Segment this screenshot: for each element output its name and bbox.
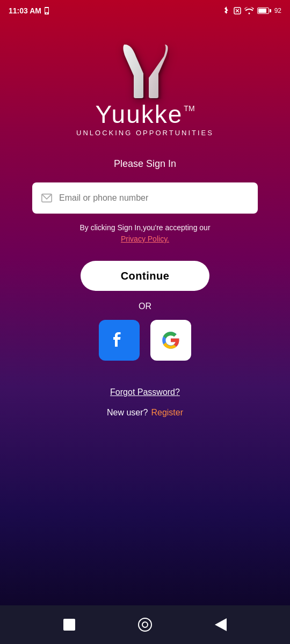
continue-button[interactable]: Continue [81, 261, 209, 291]
phone-icon [44, 7, 50, 14]
envelope-svg [41, 192, 53, 204]
email-phone-input[interactable] [59, 193, 249, 203]
stop-nav-button[interactable] [63, 619, 75, 631]
back-nav-button[interactable] [215, 618, 227, 631]
register-link[interactable]: Register [151, 408, 183, 418]
time-label: 11:03 AM [9, 6, 41, 15]
status-bar: 11:03 AM [0, 0, 290, 21]
tagline: UNLOCKING OPPORTUNITIES [76, 129, 214, 137]
please-signin-label: Please Sign In [114, 158, 176, 170]
battery-level: 92 [274, 7, 281, 14]
logo-area: Yuukke TM UNLOCKING OPPORTUNITIES [76, 38, 214, 137]
wifi-icon [244, 7, 254, 14]
envelope-icon [41, 192, 53, 204]
google-login-button[interactable] [150, 320, 191, 361]
policy-text: By clicking Sign In,you're accepting our… [79, 222, 210, 245]
status-time: 11:03 AM [9, 6, 50, 15]
home-nav-button[interactable] [138, 618, 152, 632]
brand-name-row: Yuukke TM [95, 102, 194, 127]
screen: 11:03 AM [0, 0, 290, 644]
new-user-label: New user? [107, 408, 148, 418]
bluetooth-icon [223, 6, 230, 15]
facebook-login-button[interactable] [99, 320, 140, 361]
email-input-container [32, 182, 258, 214]
signal-x-icon [234, 7, 241, 14]
social-buttons [99, 320, 191, 361]
signin-section: Please Sign In By clicking Sign In,you'r… [0, 158, 290, 418]
brand-name: Yuukke [95, 102, 183, 127]
battery-icon [257, 8, 271, 14]
forgot-password-link[interactable]: Forgot Password? [110, 387, 180, 397]
google-icon [161, 330, 181, 350]
facebook-icon [109, 330, 129, 350]
or-divider: OR [139, 302, 151, 311]
privacy-policy-link[interactable]: Privacy Policy. [121, 235, 169, 243]
logo-y-mark [118, 38, 172, 102]
y-logo-svg [121, 40, 169, 99]
status-icons: 92 [223, 6, 281, 15]
bottom-nav [0, 605, 290, 644]
policy-text-before: By clicking Sign In,you're accepting our [79, 223, 210, 232]
trademark: TM [184, 104, 194, 113]
register-row: New user? Register [107, 408, 183, 418]
